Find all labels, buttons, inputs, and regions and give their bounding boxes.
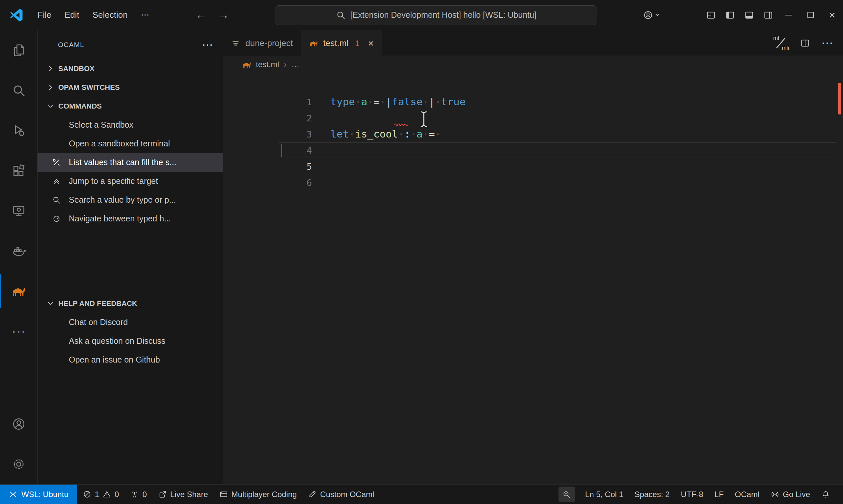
zoom-in-icon	[562, 490, 571, 499]
window-title-text: [Extension Development Host] hello [WSL:…	[350, 10, 537, 20]
command-list-values[interactable]: List values that can fill the s...	[37, 153, 223, 172]
remote-icon	[8, 490, 17, 499]
search-icon	[12, 83, 26, 98]
section-commands[interactable]: COMMANDS	[37, 97, 223, 115]
tab-dune-project[interactable]: dune-project	[223, 30, 301, 56]
encoding-status[interactable]: UTF-8	[675, 490, 709, 499]
section-help-feedback[interactable]: HELP AND FEEDBACK	[37, 294, 223, 313]
help-open-issue-github[interactable]: Open an issue on Github	[37, 350, 223, 369]
multiplayer-label: Multiplayer Coding	[231, 490, 297, 499]
notifications-status[interactable]	[816, 490, 836, 499]
ports-count: 0	[142, 490, 147, 499]
language-mode-status[interactable]: OCaml	[729, 490, 765, 499]
activity-ocaml[interactable]	[0, 271, 37, 311]
sidebar-title: OCAML	[58, 41, 84, 49]
remote-label: WSL: Ubuntu	[21, 490, 69, 499]
section-label: OPAM SWITCHES	[58, 83, 120, 92]
help-label: Open an issue on Github	[69, 355, 160, 364]
menu-file[interactable]: File	[31, 6, 58, 23]
minimize-button[interactable]	[778, 0, 799, 30]
zoom-status[interactable]	[558, 487, 575, 502]
menu-overflow[interactable]: ⋯	[134, 6, 156, 23]
accounts-button[interactable]	[643, 10, 662, 20]
breadcrumb-symbol[interactable]: …	[291, 60, 299, 69]
go-live-label: Go Live	[783, 490, 810, 499]
error-count: 1	[95, 490, 99, 499]
editor-group: dune-project test.ml 1 × ml mli ⋯	[223, 30, 843, 484]
activity-extensions[interactable]	[0, 151, 37, 191]
chevron-right-icon: ›	[284, 59, 287, 70]
command-navigate-typed-holes[interactable]: Navigate between typed h...	[37, 209, 223, 228]
toggle-secondary-sidebar-button[interactable]	[759, 0, 778, 30]
cursor-position-status[interactable]: Ln 5, Col 1	[580, 490, 629, 499]
more-actions-icon[interactable]: ⋯	[821, 40, 833, 46]
breadcrumb-file[interactable]: test.ml	[256, 60, 279, 69]
indentation-status[interactable]: Spaces: 2	[629, 490, 675, 499]
close-tab-icon[interactable]: ×	[368, 38, 374, 48]
go-live-status[interactable]: Go Live	[765, 490, 816, 499]
activity-search[interactable]	[0, 70, 37, 110]
nav-forward-button[interactable]: →	[218, 8, 229, 21]
ml-mli-switch-button[interactable]: ml mli	[773, 35, 789, 51]
live-share-status[interactable]: Live Share	[153, 485, 214, 504]
tab-label: test.ml	[323, 38, 349, 48]
ocaml-sidebar: OCAML ⋯ SANDBOX OPAM SWITCHES COMMANDS S…	[37, 30, 223, 484]
multiplayer-status[interactable]: Multiplayer Coding	[214, 485, 303, 504]
activity-explorer[interactable]	[0, 30, 37, 70]
chevron-down-icon	[46, 102, 55, 110]
eol-status[interactable]: LF	[709, 490, 729, 499]
menu-edit[interactable]: Edit	[58, 6, 86, 23]
custom-ocaml-status[interactable]: Custom OCaml	[302, 485, 380, 504]
problems-status[interactable]: 1 0	[77, 485, 125, 504]
toggle-panel-button[interactable]	[740, 0, 759, 30]
breadcrumb: test.ml › …	[223, 56, 843, 73]
dune-file-icon	[231, 39, 240, 48]
warning-count: 0	[115, 490, 119, 499]
extensions-icon	[12, 163, 26, 178]
section-sandbox[interactable]: SANDBOX	[37, 59, 223, 78]
close-icon: ×	[829, 8, 836, 21]
section-opam-switches[interactable]: OPAM SWITCHES	[37, 78, 223, 97]
help-ask-discuss[interactable]: Ask a question on Discuss	[37, 331, 223, 350]
activity-accounts[interactable]	[0, 404, 37, 444]
section-label: HELP AND FEEDBACK	[58, 299, 137, 308]
custom-ocaml-label: Custom OCaml	[320, 490, 374, 499]
sidebar-more-actions-icon[interactable]: ⋯	[202, 41, 213, 48]
ports-status[interactable]: 0	[124, 485, 152, 504]
activity-run-debug[interactable]	[0, 110, 37, 151]
account-icon	[643, 10, 653, 20]
tab-test-ml[interactable]: test.ml 1 ×	[301, 30, 382, 56]
radio-tower-icon	[130, 490, 139, 499]
command-center-search[interactable]: [Extension Development Host] hello [WSL:…	[275, 5, 597, 25]
command-open-sandboxed-terminal[interactable]: Open a sandboxed terminal	[37, 134, 223, 153]
command-search-value[interactable]: Search a value by type or p...	[37, 191, 223, 209]
code-area[interactable]: 1type·a·=·|false·|·true 2 3let·is_cool·:…	[223, 73, 843, 174]
menu-selection[interactable]: Selection	[86, 6, 134, 23]
ocaml-camel-icon	[242, 60, 251, 69]
code-line-2: 2	[223, 94, 843, 110]
activity-bar: ⋯	[0, 30, 37, 484]
activity-more[interactable]: ⋯	[0, 311, 37, 352]
command-jump-to-target[interactable]: Jump to a specific target	[37, 172, 223, 191]
customize-layout-button[interactable]	[701, 0, 721, 30]
close-window-button[interactable]: ×	[821, 0, 843, 30]
command-select-sandbox[interactable]: Select a Sandbox	[37, 115, 223, 134]
remote-indicator[interactable]: WSL: Ubuntu	[0, 485, 77, 504]
activity-settings[interactable]	[0, 444, 37, 484]
activity-docker[interactable]	[0, 231, 37, 271]
nav-back-button[interactable]: ←	[195, 8, 207, 21]
code-line-6: 6	[223, 158, 843, 174]
activity-remote-explorer[interactable]	[0, 191, 37, 231]
maximize-button[interactable]	[799, 0, 821, 30]
broadcast-icon	[771, 490, 779, 499]
toggle-primary-sidebar-button[interactable]	[721, 0, 740, 30]
tab-label: dune-project	[245, 38, 293, 48]
split-editor-icon[interactable]	[800, 38, 810, 48]
help-chat-discord[interactable]: Chat on Discord	[37, 313, 223, 331]
history-nav: ← →	[195, 8, 229, 21]
line-number: 6	[272, 175, 312, 191]
line-col-label: Ln 5, Col 1	[585, 490, 623, 499]
ocaml-camel-icon	[309, 39, 318, 48]
editor-actions: ml mli ⋯	[773, 30, 843, 56]
docker-icon	[12, 244, 26, 258]
